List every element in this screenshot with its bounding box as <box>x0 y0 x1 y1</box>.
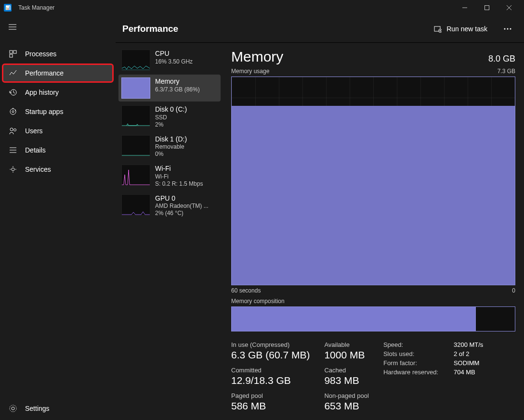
cpu-thumbnail <box>121 50 150 71</box>
category-subtitle: Removable <box>155 143 187 151</box>
svg-rect-1 <box>485 6 489 10</box>
detail-title: Memory <box>231 49 283 65</box>
sidebar-item-services[interactable]: Services <box>3 161 113 178</box>
stat-value: 586 MB <box>231 400 310 412</box>
performance-category-list: CPU 16% 3.50 GHz Memory 6.3/7.3 GB (86%) <box>116 43 223 420</box>
close-button[interactable] <box>498 0 520 15</box>
composition-label: Memory composition <box>231 298 515 305</box>
sidebar-item-label: Details <box>25 146 46 154</box>
svg-point-29 <box>510 28 511 30</box>
minimize-button[interactable] <box>454 0 476 15</box>
kv-value: SODIMM <box>454 359 479 367</box>
category-subtitle2: 2% (46 °C) <box>155 210 209 217</box>
sidebar-item-label: Startup apps <box>25 108 63 115</box>
category-subtitle2: S: 0.2 R: 1.5 Mbps <box>155 180 203 188</box>
history-icon <box>9 88 17 97</box>
memory-properties: Speed:3200 MT/s Slots used:2 of 2 Form f… <box>383 341 483 412</box>
memory-usage-chart <box>231 76 515 285</box>
sidebar: Processes Performance App history Startu… <box>0 15 116 420</box>
details-icon <box>9 146 17 154</box>
sidebar-item-app-history[interactable]: App history <box>3 84 113 101</box>
services-icon <box>9 165 17 174</box>
more-options-button[interactable] <box>498 21 517 37</box>
svg-rect-9 <box>10 54 13 57</box>
category-memory[interactable]: Memory 6.3/7.3 GB (86%) <box>118 75 221 102</box>
axis-right: 0 <box>512 287 515 294</box>
performance-icon <box>9 69 17 77</box>
category-disk1[interactable]: Disk 1 (D:) Removable 0% <box>118 132 221 161</box>
sidebar-item-details[interactable]: Details <box>3 141 113 159</box>
stat-label: In use (Compressed) <box>231 341 310 348</box>
usage-max: 7.3 GB <box>498 68 515 75</box>
sidebar-item-performance[interactable]: Performance <box>3 64 113 82</box>
maximize-button[interactable] <box>476 0 498 15</box>
run-new-task-button[interactable]: Run new task <box>428 21 493 37</box>
wifi-thumbnail <box>121 165 150 186</box>
stat-value: 1000 MB <box>324 349 369 361</box>
stat-value: 983 MB <box>324 375 369 386</box>
category-cpu[interactable]: CPU 16% 3.50 GHz <box>118 47 221 74</box>
category-title: Wi-Fi <box>155 165 203 173</box>
memory-stats: In use (Compressed) 6.3 GB (60.7 MB) Com… <box>231 341 515 412</box>
kv-key: Form factor: <box>383 359 446 367</box>
titlebar: 📊 Task Manager <box>0 0 524 15</box>
category-title: CPU <box>155 50 193 58</box>
category-gpu0[interactable]: GPU 0 AMD Radeon(TM) ... 2% (46 °C) <box>118 191 221 220</box>
category-title: Memory <box>155 77 200 86</box>
startup-icon <box>9 107 17 116</box>
category-disk0[interactable]: Disk 0 (C:) SSD 2% <box>118 102 221 131</box>
kv-value: 3200 MT/s <box>454 341 483 348</box>
category-wifi[interactable]: Wi-Fi Wi-Fi S: 0.2 R: 1.5 Mbps <box>118 162 221 191</box>
category-subtitle: AMD Radeon(TM) ... <box>155 203 209 210</box>
svg-rect-8 <box>13 51 16 53</box>
svg-point-22 <box>10 405 16 412</box>
settings-label: Settings <box>25 405 50 412</box>
svg-point-15 <box>10 128 13 131</box>
category-subtitle: Wi-Fi <box>155 173 203 180</box>
kv-key: Slots used: <box>383 350 446 357</box>
sidebar-item-processes[interactable]: Processes <box>3 45 113 63</box>
category-title: GPU 0 <box>155 194 209 203</box>
detail-panel: Memory 8.0 GB Memory usage 7.3 GB 60 sec… <box>223 43 524 420</box>
category-title: Disk 1 (D:) <box>155 135 187 144</box>
svg-point-27 <box>504 28 506 30</box>
sidebar-item-label: Users <box>25 127 43 135</box>
stat-label: Non-paged pool <box>324 392 369 399</box>
window-buttons <box>454 0 520 15</box>
processes-icon <box>9 50 17 58</box>
axis-left: 60 seconds <box>231 287 261 294</box>
stat-label: Committed <box>231 367 310 374</box>
stat-value: 653 MB <box>324 400 369 412</box>
sidebar-item-startup-apps[interactable]: Startup apps <box>3 103 113 120</box>
svg-point-21 <box>12 407 14 410</box>
hamburger-button[interactable] <box>3 18 22 36</box>
kv-key: Hardware reserved: <box>383 369 446 376</box>
memory-composition-bar <box>231 306 515 331</box>
gpu-thumbnail <box>121 194 150 216</box>
run-new-task-label: Run new task <box>446 25 487 33</box>
usage-label: Memory usage <box>231 68 269 75</box>
kv-value: 704 MB <box>454 369 475 376</box>
category-subtitle2: 2% <box>155 121 187 128</box>
svg-point-11 <box>10 109 16 115</box>
kv-value: 2 of 2 <box>454 350 470 357</box>
sidebar-item-label: Services <box>25 165 51 173</box>
svg-point-12 <box>12 111 14 113</box>
sidebar-item-label: App history <box>25 89 59 96</box>
category-subtitle: SSD <box>155 114 187 121</box>
app-title: Task Manager <box>18 4 54 11</box>
kv-key: Speed: <box>383 341 446 348</box>
sidebar-item-settings[interactable]: Settings <box>0 397 116 420</box>
category-subtitle: 16% 3.50 GHz <box>155 58 193 65</box>
memory-thumbnail <box>121 77 150 99</box>
disk0-thumbnail <box>121 105 150 127</box>
svg-point-20 <box>12 168 14 171</box>
svg-point-28 <box>507 28 509 30</box>
category-title: Disk 0 (C:) <box>155 105 187 114</box>
stat-label: Available <box>324 341 369 348</box>
sidebar-item-users[interactable]: Users <box>3 122 113 140</box>
svg-point-16 <box>14 129 16 131</box>
disk1-thumbnail <box>121 135 150 156</box>
svg-rect-7 <box>10 51 13 53</box>
stat-value: 12.9/18.3 GB <box>231 375 310 386</box>
